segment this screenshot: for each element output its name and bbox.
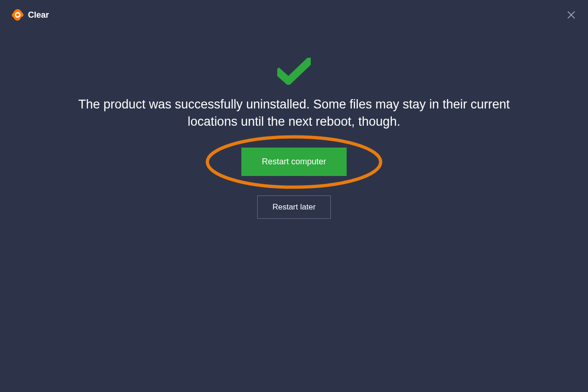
status-message: The product was successfully uninstalled… [70,96,518,131]
restart-later-button[interactable]: Restart later [257,196,331,219]
app-title: Clear [28,10,49,20]
logo-section: Clear [11,8,49,21]
avast-logo-icon [11,8,24,21]
header: Clear [0,0,588,30]
button-area: Restart computer Restart later [241,148,347,219]
restart-computer-button[interactable]: Restart computer [241,148,347,176]
close-icon[interactable] [566,9,577,20]
main-content: The product was successfully uninstalled… [0,30,588,219]
checkmark-icon [277,58,311,85]
